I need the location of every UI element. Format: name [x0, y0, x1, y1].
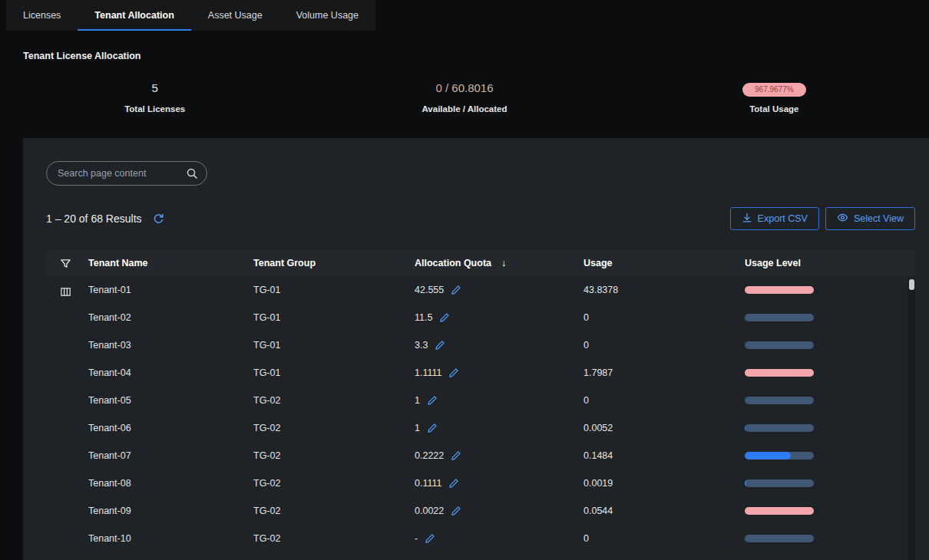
edit-quota-icon[interactable]: [448, 367, 459, 378]
tab[interactable]: Licenses: [6, 0, 78, 31]
refresh-icon[interactable]: [153, 213, 164, 225]
columns-icon[interactable]: [60, 286, 71, 298]
cell-allocation-quota: 1.1111: [415, 367, 584, 378]
table-row: Tenant-01 TG-01 42.555 43.8378: [84, 276, 915, 304]
cell-allocation-quota: 0.2222: [415, 450, 584, 461]
cell-usage-level: [745, 369, 915, 377]
edit-quota-icon[interactable]: [435, 340, 445, 351]
table-row: Tenant-04 TG-01 1.1111 1.7987: [84, 359, 915, 387]
tab[interactable]: Asset Usage: [191, 0, 279, 31]
sort-desc-icon[interactable]: ↓: [501, 258, 506, 268]
app-root: Licenses Tenant Allocation Asset Usage V…: [0, 0, 929, 560]
filter-icon[interactable]: [60, 258, 71, 269]
edit-quota-icon[interactable]: [448, 478, 459, 489]
search-icon[interactable]: [186, 167, 198, 182]
cell-tenant-name: Tenant-03: [84, 340, 253, 351]
scrollbar-thumb[interactable]: [909, 279, 914, 290]
eye-icon: [837, 212, 848, 226]
cell-tenant-group: TG-02: [253, 450, 415, 461]
cell-usage-level: [745, 452, 915, 460]
cell-usage-level: [745, 479, 915, 487]
cell-tenant-name: Tenant-10: [84, 533, 253, 544]
cell-usage: 0.0019: [584, 478, 745, 489]
cell-usage: 0: [584, 533, 745, 544]
page-title: Tenant License Allocation: [23, 51, 929, 61]
cell-usage-level: [745, 507, 915, 515]
allocation-quota-value: 1.1111: [415, 367, 441, 378]
cell-tenant-group: TG-02: [253, 478, 415, 489]
total-usage-label: Total Usage: [620, 104, 929, 114]
column-header-tenant-group[interactable]: Tenant Group: [253, 258, 415, 268]
table-body: Tenant-01 TG-01 42.555 43.8378: [84, 276, 915, 552]
select-view-button[interactable]: Select View: [825, 207, 915, 230]
edit-quota-icon[interactable]: [451, 506, 461, 516]
table-row: Tenant-06 TG-02 1 0.0052: [84, 414, 915, 442]
allocation-quota-value: 42.555: [415, 285, 444, 295]
edit-quota-icon[interactable]: [451, 450, 461, 461]
cell-allocation-quota: 11.5: [415, 312, 584, 323]
results-count: 1 – 20 of 68 Results: [46, 212, 142, 225]
table-row: Tenant-10 TG-02 - 0: [84, 525, 915, 552]
cell-tenant-name: Tenant-08: [84, 478, 253, 489]
available-allocated-separator: /: [442, 81, 452, 94]
cell-tenant-group: TG-01: [253, 367, 415, 378]
table-row: Tenant-08 TG-02 0.1111 0.0019: [84, 469, 915, 497]
allocation-quota-value: 1: [415, 423, 420, 433]
table-header-row: Tenant Name Tenant Group Allocation Quot…: [84, 250, 915, 276]
stat-total-usage: 967.9677% Total Usage: [620, 81, 929, 114]
search-box: [46, 161, 207, 186]
cell-tenant-group: TG-01: [253, 312, 415, 323]
usage-level-bar: [745, 507, 814, 515]
cell-tenant-name: Tenant-05: [84, 395, 253, 406]
tab-label: Licenses: [23, 10, 61, 21]
table-row: Tenant-07 TG-02 0.2222 0.1484: [84, 442, 915, 469]
usage-level-bar-fill: [745, 452, 791, 460]
column-header-allocation-quota[interactable]: Allocation Quota ↓: [415, 258, 584, 268]
cell-usage-level: [745, 286, 915, 294]
export-csv-button[interactable]: Export CSV: [730, 207, 819, 230]
usage-level-bar: [745, 535, 814, 542]
edit-quota-icon[interactable]: [439, 312, 450, 323]
cell-tenant-name: Tenant-07: [84, 450, 253, 461]
stats-row: 5 Total Licenses 0 / 60.8016 Available /…: [0, 81, 929, 114]
cell-allocation-quota: 1: [415, 423, 584, 433]
tab-label: Tenant Allocation: [94, 10, 174, 21]
stat-available-allocated: 0 / 60.8016 Available / Allocated: [309, 81, 619, 114]
edit-quota-icon[interactable]: [425, 533, 435, 544]
column-header-usage-level[interactable]: Usage Level: [745, 258, 915, 268]
edit-quota-icon[interactable]: [451, 285, 461, 295]
cell-tenant-group: TG-01: [253, 340, 415, 351]
cell-usage-level: [745, 314, 915, 321]
select-view-label: Select View: [854, 213, 904, 224]
cell-allocation-quota: 0.0022: [415, 506, 584, 516]
usage-level-bar-fill: [745, 479, 746, 487]
tenant-table: Tenant Name Tenant Group Allocation Quot…: [46, 250, 915, 552]
tab[interactable]: Volume Usage: [279, 0, 375, 31]
table-row: Tenant-09 TG-02 0.0022 0.0544: [84, 497, 915, 525]
usage-level-bar: [745, 369, 814, 377]
table-row: Tenant-03 TG-01 3.3 0: [84, 331, 915, 359]
search-input[interactable]: [46, 161, 207, 186]
table-row: Tenant-05 TG-02 1 0: [84, 387, 915, 414]
column-header-usage[interactable]: Usage: [584, 258, 745, 268]
cell-tenant-group: TG-02: [253, 423, 415, 433]
usage-level-bar: [745, 286, 814, 294]
cell-tenant-name: Tenant-09: [84, 506, 253, 516]
cell-allocation-quota: 42.555: [415, 285, 584, 295]
column-header-tenant-name[interactable]: Tenant Name: [84, 258, 253, 268]
cell-usage-level: [745, 535, 915, 542]
usage-level-bar-fill: [745, 424, 746, 432]
table-scrollbar[interactable]: [908, 278, 915, 560]
cell-tenant-name: Tenant-02: [84, 312, 253, 323]
cell-usage: 1.7987: [584, 367, 745, 378]
allocation-quota-value: 1: [415, 395, 420, 406]
edit-quota-icon[interactable]: [427, 395, 438, 406]
export-csv-label: Export CSV: [758, 213, 808, 224]
cell-usage-level: [745, 397, 915, 404]
cell-allocation-quota: 0.1111: [415, 478, 584, 489]
cell-usage: 0: [584, 312, 745, 323]
cell-tenant-group: TG-02: [253, 506, 415, 516]
edit-quota-icon[interactable]: [427, 423, 438, 433]
tab[interactable]: Tenant Allocation: [78, 0, 190, 31]
cell-allocation-quota: 3.3: [415, 340, 584, 351]
